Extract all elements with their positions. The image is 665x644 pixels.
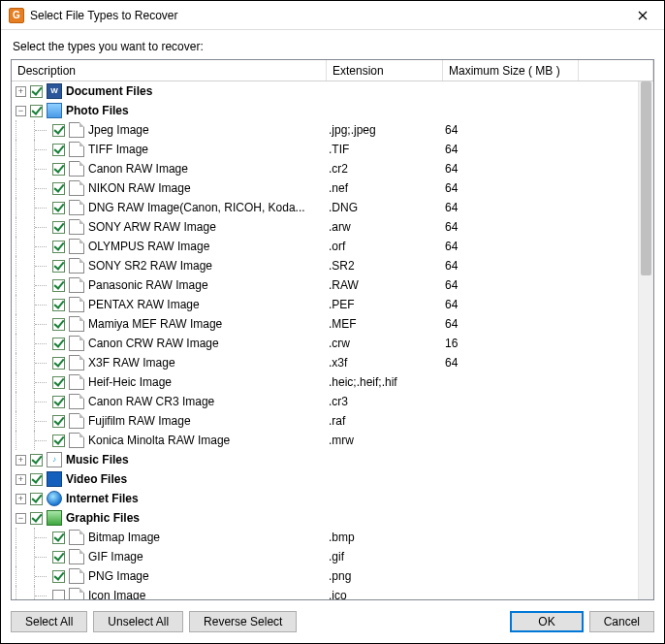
row-checkbox[interactable] <box>52 531 65 544</box>
table-row[interactable]: +WDocument Files <box>12 81 653 101</box>
table-row[interactable]: Icon Image.ico <box>12 586 653 599</box>
table-row[interactable]: X3F RAW Image.x3f64 <box>12 353 653 372</box>
row-checkbox[interactable] <box>52 570 65 583</box>
table-row[interactable]: −Photo Files <box>12 101 653 120</box>
cell-extension: .mrw <box>327 434 443 447</box>
cell-max-size: 64 <box>443 162 579 176</box>
row-checkbox[interactable] <box>52 299 65 311</box>
table-row[interactable]: Canon RAW Image.cr264 <box>12 159 653 178</box>
file-icon <box>69 413 84 429</box>
table-row[interactable]: Mamiya MEF RAW Image.MEF64 <box>12 314 653 334</box>
table-row[interactable]: PENTAX RAW Image.PEF64 <box>12 295 653 314</box>
table-row[interactable]: SONY ARW RAW Image.arw64 <box>12 217 653 237</box>
table-row[interactable]: +Video Files <box>12 469 653 489</box>
tree-guide <box>34 334 52 353</box>
row-checkbox[interactable] <box>30 454 43 467</box>
tree-guide <box>16 198 34 217</box>
row-checkbox[interactable] <box>30 493 43 505</box>
table-row[interactable]: Canon CRW RAW Image.crw16 <box>12 334 653 353</box>
table-row[interactable]: NIKON RAW Image.nef64 <box>12 178 653 198</box>
tree-guide <box>16 256 34 275</box>
tree-guide <box>34 566 52 586</box>
row-checkbox[interactable] <box>52 124 65 137</box>
row-label: Canon CRW RAW Image <box>88 337 219 350</box>
scrollbar-thumb[interactable] <box>641 81 651 275</box>
row-label: Icon Image <box>88 589 145 599</box>
row-checkbox[interactable] <box>52 376 65 389</box>
close-button[interactable] <box>623 2 662 29</box>
grid-body: +WDocument Files−Photo FilesJpeg Image.j… <box>12 81 653 599</box>
row-label: SONY SR2 RAW Image <box>88 259 212 273</box>
row-checkbox[interactable] <box>52 279 65 292</box>
indent-guides <box>16 140 52 159</box>
row-checkbox[interactable] <box>52 318 65 331</box>
tree-guide <box>16 528 34 547</box>
ok-button[interactable]: OK <box>510 611 583 632</box>
vertical-scrollbar[interactable] <box>638 81 653 599</box>
row-checkbox[interactable] <box>52 163 65 176</box>
file-icon <box>69 336 84 351</box>
expand-icon[interactable]: + <box>16 86 26 97</box>
column-extension[interactable]: Extension <box>327 60 443 80</box>
table-row[interactable]: OLYMPUS RAW Image.orf64 <box>12 237 653 256</box>
collapse-icon[interactable]: − <box>16 106 26 116</box>
table-row[interactable]: GIF Image.gif <box>12 547 653 566</box>
cell-description: GIF Image <box>12 547 327 566</box>
row-checkbox[interactable] <box>52 396 65 408</box>
indent-guides <box>16 275 52 295</box>
collapse-icon[interactable]: − <box>16 513 26 524</box>
row-label: Jpeg Image <box>88 123 149 137</box>
row-checkbox[interactable] <box>52 182 65 195</box>
table-row[interactable]: DNG RAW Image(Canon, RICOH, Koda....DNG6… <box>12 198 653 217</box>
row-checkbox[interactable] <box>52 357 65 370</box>
indent-guides <box>16 237 52 256</box>
row-checkbox[interactable] <box>52 260 65 273</box>
row-checkbox[interactable] <box>52 221 65 234</box>
row-checkbox[interactable] <box>52 144 65 156</box>
table-row[interactable]: TIFF Image.TIF64 <box>12 140 653 159</box>
row-checkbox[interactable] <box>52 590 65 600</box>
table-row[interactable]: Bitmap Image.bmp <box>12 528 653 547</box>
row-checkbox[interactable] <box>30 473 43 486</box>
cell-max-size: 16 <box>443 337 579 350</box>
cell-extension: .gif <box>327 550 443 564</box>
row-checkbox[interactable] <box>52 415 65 428</box>
expand-icon[interactable]: + <box>16 455 26 466</box>
table-row[interactable]: SONY SR2 RAW Image.SR264 <box>12 256 653 275</box>
table-row[interactable]: +Internet Files <box>12 489 653 508</box>
indent-guides <box>16 372 52 392</box>
row-label: NIKON RAW Image <box>88 181 191 195</box>
table-row[interactable]: Panasonic RAW Image.RAW64 <box>12 275 653 295</box>
cell-max-size: 64 <box>443 317 579 331</box>
row-checkbox[interactable] <box>52 241 65 253</box>
row-checkbox[interactable] <box>52 435 65 447</box>
table-row[interactable]: Heif-Heic Image.heic;.heif;.hif <box>12 372 653 392</box>
expand-icon[interactable]: + <box>16 494 26 504</box>
table-row[interactable]: Jpeg Image.jpg;.jpeg64 <box>12 120 653 140</box>
row-checkbox[interactable] <box>30 512 43 525</box>
row-label: OLYMPUS RAW Image <box>88 240 209 253</box>
column-max-size[interactable]: Maximum Size ( MB ) <box>443 60 579 80</box>
unselect-all-button[interactable]: Unselect All <box>93 611 183 632</box>
row-checkbox[interactable] <box>30 85 43 98</box>
table-row[interactable]: Canon RAW CR3 Image.cr3 <box>12 392 653 411</box>
table-row[interactable]: +♪Music Files <box>12 450 653 469</box>
row-checkbox[interactable] <box>52 202 65 214</box>
tree-guide <box>34 198 52 217</box>
expand-icon[interactable]: + <box>16 474 26 485</box>
row-checkbox[interactable] <box>52 551 65 564</box>
file-icon <box>69 530 84 545</box>
table-row[interactable]: Fujifilm RAW Image.raf <box>12 411 653 431</box>
tree-guide <box>16 392 34 411</box>
row-checkbox[interactable] <box>52 338 65 350</box>
column-description[interactable]: Description <box>12 60 327 80</box>
file-icon <box>69 161 84 177</box>
table-row[interactable]: PNG Image.png <box>12 566 653 586</box>
cancel-button[interactable]: Cancel <box>589 611 654 632</box>
table-row[interactable]: −Graphic Files <box>12 508 653 528</box>
row-checkbox[interactable] <box>30 105 43 117</box>
reverse-select-button[interactable]: Reverse Select <box>189 611 297 632</box>
table-row[interactable]: Konica Minolta RAW Image.mrw <box>12 431 653 450</box>
select-all-button[interactable]: Select All <box>11 611 87 632</box>
indent-guides <box>16 566 52 586</box>
